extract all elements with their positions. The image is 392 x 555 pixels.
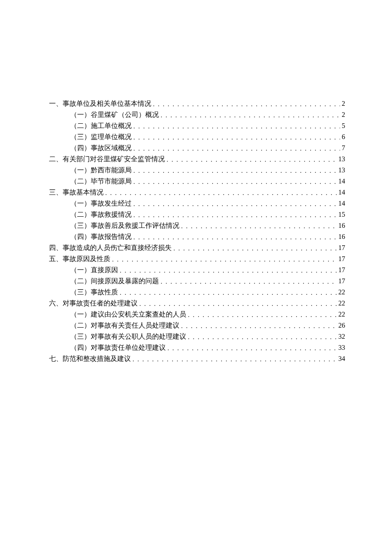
toc-page-number: 17	[337, 264, 345, 276]
toc-entry: （一）谷里煤矿（公司）概况2	[49, 109, 345, 120]
toc-marker: （一）	[70, 198, 91, 209]
toc-dots	[188, 309, 337, 320]
toc-entry: （三）对事故有关公职人员的处理建议32	[49, 331, 345, 342]
toc-marker: 三、	[49, 187, 63, 198]
toc-page-number: 34	[337, 353, 345, 364]
toc-title: 防范和整改措施及建议	[63, 353, 131, 364]
toc-entry: （一）建议由公安机关立案查处的人员22	[49, 309, 345, 320]
toc-title: 对事故有关责任人员处理建议	[91, 320, 179, 331]
toc-page-number: 5	[340, 120, 345, 131]
toc-dots	[133, 132, 340, 143]
toc-entry: 三、事故基本情况14	[49, 187, 345, 198]
toc-entry: （四）事故区域概况7	[49, 142, 345, 154]
table-of-contents: 一、事故单位及相关单位基本情况2（一）谷里煤矿（公司）概况2（二）施工单位概况5…	[49, 98, 345, 364]
toc-marker: 二、	[49, 154, 63, 165]
toc-entry: （四）对事故责任单位处理建议33	[49, 342, 345, 353]
toc-marker: 一、	[49, 98, 63, 109]
toc-title: 事故原因及性质	[63, 253, 110, 264]
toc-dots	[167, 343, 337, 354]
toc-title: 事故性质	[91, 287, 118, 298]
toc-dots	[167, 154, 337, 165]
toc-marker: （一）	[70, 309, 91, 320]
toc-page-number: 26	[337, 320, 345, 331]
toc-entry: 七、防范和整改措施及建议34	[49, 353, 345, 364]
toc-entry: 五、事故原因及性质17	[49, 253, 345, 264]
toc-page-number: 22	[337, 309, 345, 320]
toc-page-number: 7	[340, 142, 345, 154]
toc-title: 毕节市能源局	[91, 176, 132, 187]
toc-title: 有关部门对谷里煤矿安全监管情况	[63, 154, 165, 165]
toc-entry: （三）监理单位概况6	[49, 131, 345, 142]
toc-entry: （三）事故性质22	[49, 287, 345, 298]
toc-page-number: 17	[337, 276, 345, 287]
toc-entry: （二）施工单位概况5	[49, 120, 345, 131]
toc-marker: （一）	[70, 165, 91, 176]
toc-entry: （四）事故报告情况16	[49, 231, 345, 242]
toc-marker: （二）	[70, 320, 91, 331]
toc-marker: （四）	[70, 142, 91, 154]
toc-marker: 七、	[49, 353, 63, 364]
toc-page-number: 22	[337, 287, 345, 298]
toc-marker: （三）	[70, 220, 91, 231]
toc-dots	[161, 110, 340, 121]
toc-dots	[112, 254, 337, 265]
toc-title: 建议由公安机关立案查处的人员	[91, 309, 186, 320]
toc-page-number: 17	[337, 253, 345, 264]
toc-page-number: 16	[337, 231, 345, 242]
toc-entry: 二、有关部门对谷里煤矿安全监管情况13	[49, 154, 345, 165]
toc-marker: （二）	[70, 276, 91, 287]
toc-title: 事故单位及相关单位基本情况	[63, 98, 151, 109]
toc-page-number: 6	[340, 131, 345, 142]
toc-dots	[173, 243, 337, 254]
toc-dots	[181, 221, 337, 232]
toc-page-number: 13	[337, 154, 345, 165]
toc-entry: （一）直接原因17	[49, 264, 345, 276]
toc-dots	[181, 320, 337, 331]
toc-dots	[133, 232, 337, 243]
toc-page-number: 14	[337, 176, 345, 187]
toc-dots	[133, 354, 337, 365]
toc-title: 黔西市能源局	[91, 165, 132, 176]
toc-page-number: 14	[337, 187, 345, 198]
toc-title: 事故区域概况	[91, 142, 132, 154]
toc-entry: （二）毕节市能源局14	[49, 176, 345, 187]
toc-marker: 四、	[49, 242, 63, 253]
toc-page-number: 2	[340, 109, 345, 120]
toc-title: 事故报告情况	[91, 231, 132, 242]
toc-page-number: 16	[337, 220, 345, 231]
toc-entry: （二）间接原因及暴露的问题17	[49, 276, 345, 287]
toc-dots	[133, 198, 337, 209]
toc-page-number: 33	[337, 342, 345, 353]
toc-page-number: 17	[337, 242, 345, 253]
toc-title: 事故基本情况	[63, 187, 104, 198]
toc-dots	[133, 121, 340, 132]
toc-entry: （三）事故善后及救援工作评估情况16	[49, 220, 345, 231]
toc-page-number: 13	[337, 165, 345, 176]
toc-title: 施工单位概况	[91, 120, 132, 131]
toc-title: 事故救援情况	[91, 209, 132, 220]
toc-dots	[133, 165, 337, 176]
toc-page-number: 32	[337, 331, 345, 342]
toc-marker: （四）	[70, 231, 91, 242]
toc-marker: （二）	[70, 209, 91, 220]
toc-dots	[133, 143, 340, 154]
toc-marker: （四）	[70, 342, 91, 353]
toc-entry: （二）对事故有关责任人员处理建议26	[49, 320, 345, 331]
toc-marker: 五、	[49, 253, 63, 264]
toc-marker: （一）	[70, 109, 91, 120]
toc-entry: （一）事故发生经过14	[49, 198, 345, 209]
toc-dots	[133, 176, 337, 187]
toc-marker: （二）	[70, 120, 91, 131]
toc-dots	[153, 99, 340, 110]
toc-title: 对事故有关公职人员的处理建议	[91, 331, 186, 342]
toc-dots	[105, 187, 337, 198]
toc-page-number: 2	[340, 98, 345, 109]
toc-dots	[120, 265, 337, 276]
toc-title: 对事故责任单位处理建议	[91, 342, 166, 353]
toc-title: 事故善后及救援工作评估情况	[91, 220, 179, 231]
toc-entry: 四、事故造成的人员伤亡和直接经济损失17	[49, 242, 345, 253]
toc-dots	[120, 287, 337, 298]
toc-title: 直接原因	[91, 264, 118, 276]
toc-title: 事故发生经过	[91, 198, 132, 209]
toc-dots	[133, 209, 337, 221]
